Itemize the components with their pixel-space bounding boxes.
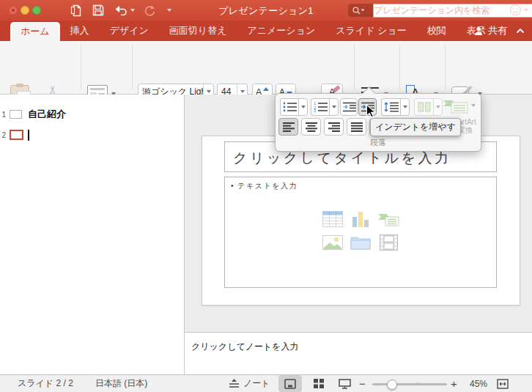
body-placeholder-text: テキストを入力 (237, 182, 298, 190)
slide-thumbnail[interactable] (10, 110, 22, 119)
line-spacing-button[interactable] (381, 98, 400, 116)
search-input[interactable]: プレゼンテーション内を検索 (348, 4, 468, 17)
content-insert-icons (322, 210, 399, 252)
tab-review[interactable]: 校閲 (417, 21, 457, 41)
powerpoint-window: プレゼンテーション1 プレゼンテーション内を検索 ホーム 挿入 デザイン 画面切… (0, 0, 532, 392)
search-scope-icon[interactable] (361, 9, 365, 11)
insert-movie-icon[interactable] (380, 234, 398, 251)
share-label: 共有 (488, 24, 507, 37)
notes-placeholder: クリックしてノートを入力 (191, 341, 299, 353)
insert-smartart-icon[interactable] (377, 211, 399, 227)
zoom-slider[interactable] (372, 383, 447, 385)
zoom-in-button[interactable]: + (451, 375, 457, 392)
tab-animations[interactable]: アニメーション (237, 21, 325, 41)
ribbon-tabbar: ホーム 挿入 デザイン 画面切り替え アニメーション スライド ショー 校閲 表… (0, 21, 532, 41)
align-left-button[interactable] (278, 118, 298, 136)
insert-media-browser-icon[interactable] (350, 235, 371, 250)
search-icon (352, 7, 361, 15)
decrease-indent-button[interactable] (340, 98, 358, 116)
columns-button[interactable] (414, 98, 433, 116)
zoom-slider-detent (416, 382, 419, 385)
outline-item-1[interactable]: 1 自己紹介 (0, 107, 185, 122)
insert-chart-icon[interactable] (352, 211, 370, 227)
fit-slide-to-window-button[interactable] (497, 375, 509, 392)
tab-slideshow[interactable]: スライド ショー (325, 21, 416, 41)
justify-button[interactable] (347, 118, 366, 136)
outline-item-2[interactable]: 2 (0, 127, 185, 142)
content-placeholder[interactable]: • テキストを入力 (224, 177, 497, 288)
slide-number: 1 (0, 111, 6, 119)
outline-pane: 1 自己紹介 2 (0, 95, 185, 374)
numbering-button[interactable]: 123 (311, 98, 329, 116)
increase-indent-tooltip: インデントを増やす (370, 118, 461, 136)
notes-toggle-icon (229, 379, 240, 388)
slideshow-button[interactable] (333, 375, 355, 392)
bullet-glyph: • (231, 182, 234, 190)
popover-group-label: 段落 (276, 138, 481, 148)
titlebar: プレゼンテーション1 プレゼンテーション内を検索 (0, 0, 532, 21)
align-right-button[interactable] (324, 118, 344, 136)
tab-insert[interactable]: 挿入 (60, 21, 100, 41)
language-indicator[interactable]: 日本語 (日本) (95, 375, 147, 392)
line-spacing-dropdown-icon[interactable] (400, 98, 410, 116)
slide-title[interactable]: 自己紹介 (28, 108, 66, 121)
bullets-button[interactable] (280, 98, 298, 116)
collapse-ribbon-icon[interactable] (516, 28, 525, 34)
slide-sorter-button[interactable] (308, 375, 330, 392)
tab-transitions[interactable]: 画面切り替え (159, 21, 237, 41)
notes-toggle-label: ノート (243, 377, 270, 390)
slide-sorter-icon (314, 379, 324, 388)
feedback-smiley-icon[interactable] (509, 4, 528, 16)
tab-design[interactable]: デザイン (100, 21, 159, 41)
zoom-slider-thumb[interactable] (387, 380, 397, 390)
slideshow-icon (339, 379, 351, 389)
svg-text:3: 3 (314, 108, 316, 112)
columns-dropdown-icon[interactable] (433, 98, 443, 116)
slide-number: 2 (0, 131, 6, 139)
normal-view-button[interactable] (278, 375, 302, 392)
align-center-button[interactable] (301, 118, 321, 136)
person-plus-icon (474, 26, 485, 36)
slide-canvas[interactable]: クリックしてタイトルを入力 • テキストを入力 (202, 136, 520, 306)
slide-thumbnail-selected[interactable] (10, 130, 23, 140)
zoom-out-button[interactable]: − (359, 375, 366, 392)
notes-toggle-button[interactable]: ノート (229, 375, 270, 392)
mouse-cursor (366, 104, 376, 118)
zoom-level[interactable]: 45% (470, 375, 487, 392)
fit-to-window-icon (497, 379, 509, 389)
tab-home[interactable]: ホーム (10, 22, 60, 41)
insert-picture-icon[interactable] (322, 235, 343, 250)
ribbon: ペースト ✂ クリップボード スライド 游ゴシック Light 見... 44 (0, 41, 532, 95)
bullets-dropdown-icon[interactable] (298, 98, 308, 116)
numbering-dropdown-icon[interactable] (329, 98, 339, 116)
smartart-icon (443, 97, 469, 114)
text-cursor (28, 130, 29, 141)
normal-view-icon (284, 379, 296, 389)
slide-counter: スライド 2 / 2 (18, 375, 73, 392)
share-button[interactable]: 共有 (474, 24, 507, 37)
insert-table-icon[interactable] (322, 211, 343, 227)
notes-pane[interactable]: クリックしてノートを入力 (185, 332, 532, 374)
statusbar: スライド 2 / 2 日本語 (日本) ノート − + 45% (0, 374, 532, 392)
cut-icon[interactable]: ✂ (46, 85, 59, 95)
search-placeholder: プレゼンテーション内を検索 (373, 4, 532, 18)
